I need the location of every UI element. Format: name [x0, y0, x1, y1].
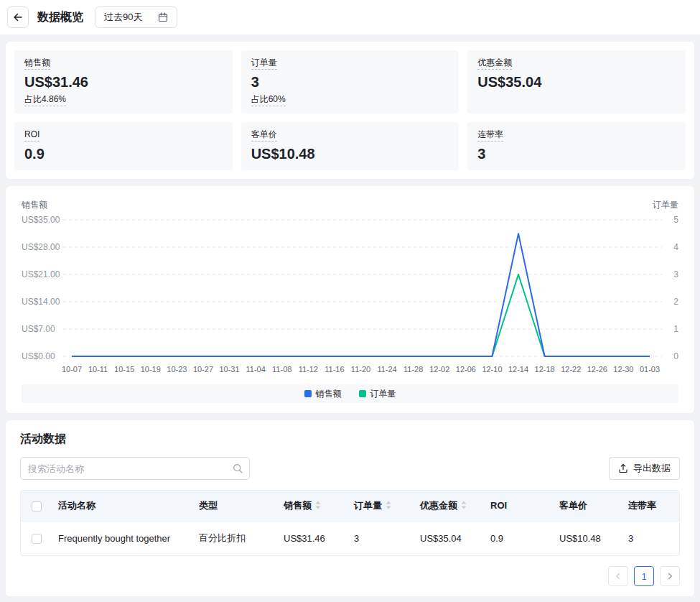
- chart-tick-label: 10-23: [167, 365, 187, 374]
- sort-icon[interactable]: [461, 501, 467, 509]
- stat-card: 销售额 US$31.46 占比4.86%: [14, 50, 233, 114]
- chart-tick-label: 11-04: [246, 365, 265, 374]
- table-cell: 0.9: [485, 521, 554, 555]
- table-column-header[interactable]: 优惠金额: [414, 491, 485, 521]
- pagination-page-1[interactable]: 1: [634, 566, 654, 586]
- sort-icon[interactable]: [315, 501, 321, 509]
- chart-tick-label: 11-12: [299, 365, 318, 374]
- back-button[interactable]: [7, 6, 29, 28]
- chart-tick-label: 10-15: [114, 365, 134, 374]
- chart-tick-label: 11-08: [272, 365, 291, 374]
- chart-tick-label: 11-16: [325, 365, 344, 374]
- stat-card: 客单价 US$10.48: [241, 122, 459, 170]
- stat-value: 3: [477, 144, 676, 163]
- table-column-header[interactable]: 订单量: [348, 491, 414, 521]
- select-all-checkbox[interactable]: [32, 501, 42, 511]
- table-column-header[interactable]: 活动名称: [52, 491, 193, 521]
- table-column-header[interactable]: ROI: [485, 491, 554, 521]
- table-cell: 百分比折扣: [193, 521, 278, 555]
- arrow-left-icon: [12, 11, 24, 23]
- table-column-header[interactable]: 销售额: [278, 491, 348, 521]
- row-checkbox[interactable]: [32, 534, 42, 544]
- legend-swatch: [304, 390, 312, 397]
- chart-tick-label: 10-07: [62, 365, 82, 374]
- chart-panel: 销售额 订单量 US$35.005US$28.004US$21.003US$14…: [6, 186, 694, 413]
- table-header-row: 活动名称 类型 销售额 订单量 优惠金额 ROI 客单价 连带率: [21, 491, 679, 521]
- legend-label: 订单量: [370, 388, 396, 400]
- chart-tick-label: 01-03: [640, 365, 660, 374]
- stat-label: 订单量: [251, 57, 277, 70]
- legend-item[interactable]: 订单量: [359, 388, 396, 400]
- activity-panel: 活动数据 导出数据: [6, 420, 694, 596]
- export-button[interactable]: 导出数据: [609, 457, 680, 480]
- stat-value: US$31.46: [24, 73, 223, 91]
- stat-label: 客单价: [251, 129, 277, 142]
- column-label: 优惠金额: [420, 500, 457, 511]
- series-line-right: [72, 274, 650, 356]
- chart-tick-label: 12-06: [456, 365, 476, 374]
- legend-item[interactable]: 销售额: [304, 388, 342, 400]
- table-column-header[interactable]: 连带率: [622, 491, 679, 521]
- chart-legend: 销售额 订单量: [22, 384, 678, 403]
- column-label: 订单量: [354, 500, 382, 511]
- export-icon: [618, 463, 628, 473]
- activity-toolbar: 导出数据: [20, 457, 680, 480]
- column-label: 连带率: [628, 500, 656, 511]
- table-cell: 3: [348, 521, 414, 555]
- column-label: ROI: [490, 500, 507, 511]
- chart-tick-label: US$35.00: [22, 215, 60, 225]
- chart-tick-label: US$28.00: [22, 242, 60, 252]
- chart-tick-label: 0: [673, 351, 678, 361]
- stat-label: ROI: [24, 129, 39, 142]
- export-label: 导出数据: [633, 462, 671, 475]
- table-cell: Frequently bought together: [52, 521, 193, 555]
- series-line-left: [72, 233, 650, 356]
- column-label: 类型: [199, 500, 218, 511]
- chart-tick-label: 4: [673, 242, 678, 252]
- activity-title: 活动数据: [20, 432, 680, 447]
- chart-tick-label: 5: [673, 215, 678, 225]
- pagination: 1: [20, 566, 680, 586]
- date-range-button[interactable]: 过去90天: [95, 6, 177, 28]
- column-label: 客单价: [559, 500, 587, 511]
- header-checkbox-cell: [21, 491, 52, 521]
- search-input[interactable]: [20, 457, 250, 480]
- stat-label: 优惠金额: [477, 57, 512, 70]
- chart-tick-label: 2: [673, 297, 678, 307]
- chart-tick-label: US$14.00: [22, 297, 60, 307]
- topbar: 数据概览 过去90天: [0, 0, 700, 34]
- table-cell: US$35.04: [414, 521, 485, 555]
- table-cell: 3: [622, 521, 679, 555]
- column-label: 销售额: [284, 500, 312, 511]
- chart-tick-label: 11-24: [377, 365, 396, 374]
- stat-sub: 占比4.86%: [24, 93, 66, 106]
- chart-tick-label: 12-26: [587, 365, 607, 374]
- chart-tick-label: 3: [673, 269, 678, 279]
- table-column-header[interactable]: 类型: [193, 491, 278, 521]
- chart-tick-label: 12-10: [482, 365, 502, 374]
- pagination-prev-button[interactable]: [608, 566, 628, 586]
- chart-tick-label: 1: [673, 324, 678, 334]
- legend-swatch: [359, 390, 366, 397]
- stat-value: US$35.04: [477, 73, 676, 91]
- stats-panel: 销售额 US$31.46 占比4.86% 订单量 3 占比60% 优惠金额 US…: [6, 42, 694, 179]
- line-chart: US$35.005US$28.004US$21.003US$14.002US$7…: [22, 213, 678, 381]
- chart-tick-label: US$21.00: [22, 269, 60, 279]
- table-cell: US$10.48: [554, 521, 622, 555]
- pagination-next-button[interactable]: [660, 566, 680, 586]
- sort-icon[interactable]: [386, 501, 391, 509]
- chart-tick-label: 10-11: [88, 365, 108, 374]
- chevron-right-icon: [665, 571, 675, 581]
- column-label: 活动名称: [58, 500, 95, 511]
- table-cell: US$31.46: [278, 521, 348, 555]
- chart-tick-label: 12-14: [508, 365, 528, 374]
- chart-tick-label: 12-02: [429, 365, 449, 374]
- row-checkbox-cell: [21, 521, 52, 555]
- line-chart-svg: US$35.005US$28.004US$21.003US$14.002US$7…: [22, 213, 678, 379]
- chart-tick-label: 11-20: [351, 365, 370, 374]
- search-icon[interactable]: [233, 463, 243, 473]
- stat-value: US$10.48: [251, 144, 449, 163]
- chart-tick-label: 12-30: [613, 365, 633, 374]
- chart-tick-label: 10-19: [141, 365, 161, 374]
- table-column-header[interactable]: 客单价: [554, 491, 622, 521]
